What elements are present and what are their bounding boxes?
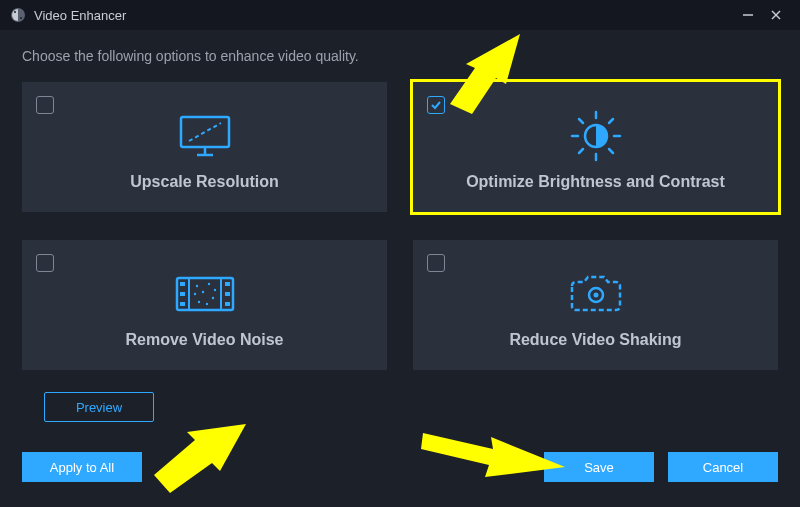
svg-line-15 — [609, 149, 613, 153]
camera-shake-icon — [566, 267, 626, 321]
svg-point-33 — [205, 303, 207, 305]
annotation-arrow — [140, 415, 260, 495]
svg-line-7 — [189, 123, 221, 141]
svg-point-32 — [197, 301, 199, 303]
svg-rect-27 — [225, 302, 230, 306]
svg-point-37 — [593, 293, 598, 298]
svg-line-16 — [579, 149, 583, 153]
svg-marker-39 — [154, 424, 246, 493]
svg-point-29 — [201, 291, 203, 293]
svg-rect-24 — [180, 302, 185, 306]
film-icon — [173, 267, 237, 321]
instruction-text: Choose the following options to enhance … — [22, 48, 778, 64]
svg-line-14 — [579, 119, 583, 123]
checkbox-noise[interactable] — [36, 254, 54, 272]
svg-point-2 — [20, 17, 22, 19]
option-reduce-shaking[interactable]: Reduce Video Shaking — [413, 240, 778, 370]
close-button[interactable] — [762, 1, 790, 29]
brightness-icon — [568, 109, 624, 163]
checkbox-shaking[interactable] — [427, 254, 445, 272]
app-title: Video Enhancer — [34, 8, 126, 23]
option-upscale-resolution[interactable]: Upscale Resolution — [22, 82, 387, 212]
save-button[interactable]: Save — [544, 452, 654, 482]
svg-rect-22 — [180, 282, 185, 286]
svg-point-35 — [193, 293, 195, 295]
svg-rect-19 — [177, 278, 233, 310]
svg-line-17 — [609, 119, 613, 123]
preview-button[interactable]: Preview — [44, 392, 154, 422]
svg-rect-26 — [225, 292, 230, 296]
checkbox-brightness[interactable] — [427, 96, 445, 114]
option-brightness-contrast[interactable]: Optimize Brightness and Contrast — [413, 82, 778, 212]
option-label: Upscale Resolution — [130, 173, 278, 191]
monitor-icon — [175, 109, 235, 163]
svg-point-1 — [14, 11, 16, 13]
enhancement-options-grid: Upscale Resolution — [22, 82, 778, 370]
svg-point-30 — [207, 283, 209, 285]
apply-to-all-button[interactable]: Apply to All — [22, 452, 142, 482]
svg-point-34 — [213, 289, 215, 291]
option-label: Reduce Video Shaking — [509, 331, 681, 349]
svg-rect-23 — [180, 292, 185, 296]
option-remove-noise[interactable]: Remove Video Noise — [22, 240, 387, 370]
svg-point-28 — [195, 285, 197, 287]
svg-point-31 — [211, 297, 213, 299]
svg-rect-25 — [225, 282, 230, 286]
option-label: Optimize Brightness and Contrast — [466, 173, 725, 191]
app-icon — [10, 7, 26, 23]
cancel-button[interactable]: Cancel — [668, 452, 778, 482]
minimize-button[interactable] — [734, 1, 762, 29]
titlebar: Video Enhancer — [0, 0, 800, 30]
svg-rect-6 — [181, 117, 229, 147]
checkbox-upscale[interactable] — [36, 96, 54, 114]
option-label: Remove Video Noise — [126, 331, 284, 349]
